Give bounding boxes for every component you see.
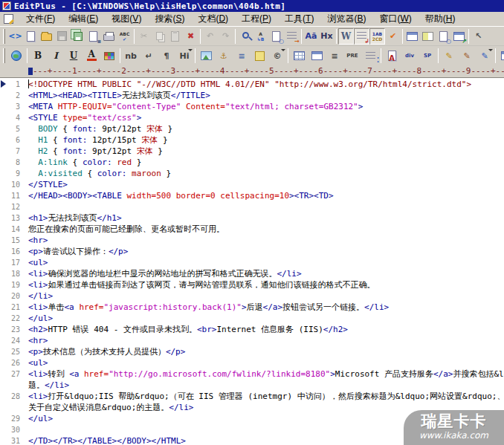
paragraph-icon[interactable]: ¶: [158, 48, 175, 64]
menu-file[interactable]: 文件(F): [19, 13, 62, 25]
syntax-check-icon[interactable]: ✔: [385, 28, 401, 45]
code-line[interactable]: 8 A:link { color: red }: [0, 157, 504, 168]
auto-indent-icon[interactable]: ↲: [354, 28, 369, 45]
edit-tag-icon[interactable]: ✎: [440, 48, 458, 64]
anchor-icon[interactable]: ⚓: [215, 48, 233, 64]
edit-style-icon[interactable]: ✎: [458, 48, 476, 64]
list-icon[interactable]: ⁚: [361, 48, 379, 64]
code-line[interactable]: 27<li>转到 <a href="http://go.microsoft.co…: [0, 368, 504, 380]
code-line[interactable]: 5 BODY { font: 9pt/12pt 宋体 }: [0, 123, 504, 134]
nbsp-icon[interactable]: nb: [122, 48, 140, 64]
code-line[interactable]: 14您正在搜索的页面可能已经删除、更名或暂时不可用。: [0, 224, 504, 235]
save-all-icon[interactable]: [70, 28, 85, 45]
open-file-icon[interactable]: [39, 28, 54, 45]
table-icon[interactable]: [290, 48, 308, 64]
form-layout-icon[interactable]: [497, 48, 504, 64]
hex-viewer-icon[interactable]: Hx: [319, 28, 335, 45]
code-line[interactable]: 15<hr>: [0, 235, 504, 246]
underline-icon[interactable]: U: [65, 48, 83, 64]
project-panel-icon[interactable]: [420, 28, 436, 45]
code-line[interactable]: 18<li>确保浏览器的地址栏中显示的网站地址的拼写和格式正确无误。</li>: [0, 268, 504, 279]
code-line[interactable]: 17<ul>: [0, 257, 504, 268]
menu-search[interactable]: 搜索(S): [148, 13, 191, 25]
code-line[interactable]: 22</ul>: [0, 313, 504, 324]
redo-icon[interactable]: ↷: [218, 28, 233, 45]
code-line[interactable]: 24<hr>: [0, 335, 504, 346]
output-window-icon[interactable]: ○: [436, 28, 451, 45]
horizontal-rule-icon[interactable]: ≡: [233, 48, 251, 64]
copy-icon[interactable]: [152, 28, 167, 45]
italic-icon[interactable]: I: [47, 48, 65, 64]
heading-icon[interactable]: Hi: [175, 48, 193, 64]
insert-image-icon[interactable]: [197, 48, 215, 64]
cut-icon[interactable]: ✂: [136, 28, 152, 45]
code-line[interactable]: 16<p>请尝试以下操作：</p>: [0, 246, 504, 257]
select-pointer-icon[interactable]: ↖: [471, 28, 486, 45]
pre-icon[interactable]: PRE: [343, 48, 361, 64]
code-line[interactable]: 25<p>技术信息（为技术支持人员提供）</p>: [0, 346, 504, 357]
menu-window[interactable]: 窗口(W): [372, 13, 418, 25]
code-line[interactable]: 21<li>单击<a href="javascript:history.back…: [0, 302, 504, 313]
center-text-icon[interactable]: ≡: [326, 48, 343, 64]
menu-help[interactable]: 帮助(H): [419, 13, 462, 25]
menu-document[interactable]: 文档(D): [191, 13, 235, 25]
menu-view[interactable]: 视图(V): [105, 13, 148, 25]
goto-line-icon[interactable]: →: [284, 28, 300, 45]
code-line[interactable]: 23<h2>HTTP 错误 404 - 文件或目录未找到。<br>Interne…: [0, 324, 504, 335]
editplus-app-icon[interactable]: [2, 1, 11, 10]
new-html-document-icon[interactable]: <>: [7, 28, 23, 45]
code-line[interactable]: 题。</li>: [0, 380, 504, 391]
div-tag-icon[interactable]: div: [401, 48, 419, 64]
menu-tools[interactable]: 工具(T): [278, 13, 320, 25]
color-picker-icon[interactable]: ✎: [476, 48, 494, 64]
code-line[interactable]: 19<li>如果通过单击链接而到达了该网页，请与网站管理员联系，通知他们该链接的…: [0, 279, 504, 290]
font-tag-icon[interactable]: A: [383, 48, 401, 64]
delete-icon[interactable]: ✖: [183, 28, 198, 45]
code-line[interactable]: 13<h1>无法找到该页</h1>: [0, 212, 504, 224]
code-line[interactable]: 28<li>打开&ldquo;IIS 帮助&rdquo;（可在 IIS 管理器 …: [0, 391, 504, 402]
replace-icon[interactable]: A↳B: [253, 28, 268, 45]
browser-window-icon[interactable]: ↗: [451, 28, 467, 45]
code-line[interactable]: 9 A:visited { color: maroon }: [0, 168, 504, 179]
palette-icon[interactable]: [100, 48, 118, 64]
div-align-icon[interactable]: [308, 48, 326, 64]
save-icon[interactable]: [54, 28, 70, 45]
document-selector-icon[interactable]: [404, 28, 420, 45]
special-chars-icon[interactable]: ©: [268, 48, 286, 64]
line-break-icon[interactable]: ↵: [140, 48, 158, 64]
find-in-files-icon[interactable]: ○: [268, 28, 284, 45]
browser-globe-icon[interactable]: [7, 48, 25, 64]
code-line[interactable]: 11</HEAD><BODY><TABLE width=500 border=0…: [0, 190, 504, 201]
toggle-case-icon[interactable]: Aā: [303, 28, 319, 45]
find-icon[interactable]: [237, 28, 253, 45]
new-document-icon[interactable]: [23, 28, 39, 45]
textarea-icon[interactable]: [251, 48, 268, 64]
code-line[interactable]: 1<!DOCTYPE HTML PUBLIC "-//W3C//DTD HTML…: [0, 79, 504, 90]
code-line[interactable]: 2<HTML><HEAD><TITLE>无法找到该页</TITLE>: [0, 90, 504, 101]
spell-check-icon[interactable]: ABC✔: [117, 28, 132, 45]
code-line[interactable]: 3<META HTTP-EQUIV="Content-Type" Content…: [0, 101, 504, 112]
menu-edit[interactable]: 编辑(E): [62, 13, 105, 25]
paste-icon[interactable]: [167, 28, 183, 45]
code-line[interactable]: 12: [0, 201, 504, 212]
line-number: 20: [8, 290, 20, 302]
print-icon[interactable]: [101, 28, 117, 45]
document-system-icon[interactable]: [4, 14, 13, 24]
code-line[interactable]: 10</STYLE>: [0, 179, 504, 190]
undo-icon[interactable]: ↶: [202, 28, 218, 45]
span-tag-icon[interactable]: SP: [419, 48, 436, 64]
bold-icon[interactable]: B: [29, 48, 47, 64]
word-wrap-icon[interactable]: W: [338, 28, 354, 45]
code-line[interactable]: 26<ul>: [0, 357, 504, 368]
line-numbers-icon[interactable]: 1AB2CD: [369, 28, 385, 45]
code-editor[interactable]: 1<!DOCTYPE HTML PUBLIC "-//W3C//DTD HTML…: [0, 79, 504, 445]
menu-browser[interactable]: 浏览器(B): [320, 13, 372, 25]
line-number: 13: [8, 212, 20, 224]
code-line[interactable]: 20</li>: [0, 290, 504, 302]
code-line[interactable]: 6 H1 { font: 12pt/15pt 宋体 }: [0, 134, 504, 146]
menu-project[interactable]: 工程(P): [235, 13, 278, 25]
font-color-icon[interactable]: [83, 48, 100, 64]
code-line[interactable]: 4<STYLE type="text/css">: [0, 112, 504, 123]
print-preview-icon[interactable]: ▪: [85, 28, 101, 45]
code-line[interactable]: 7 H2 { font: 9pt/12pt 宋体 }: [0, 146, 504, 157]
